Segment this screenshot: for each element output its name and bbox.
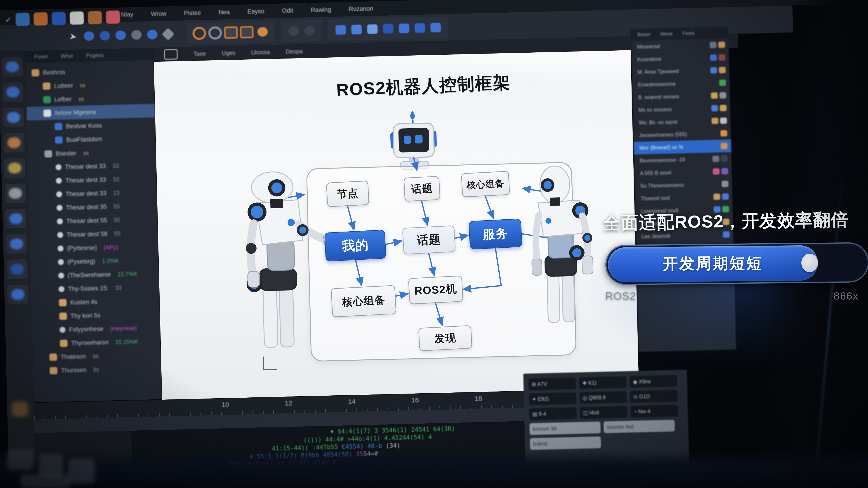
object-manager-tab[interactable]: Wtse — [61, 53, 73, 59]
dock-app-icon[interactable] — [52, 12, 66, 25]
toolbar-button[interactable] — [208, 26, 222, 39]
coordinate-wide-field[interactable]: Iesenm 4sd — [603, 420, 675, 433]
menu-item[interactable]: Eayso — [247, 8, 265, 15]
menu-item[interactable]: Nlay — [121, 11, 133, 18]
layer-color-chip — [711, 118, 718, 124]
strip-glyph-icon[interactable]: ✓ — [5, 15, 11, 24]
toolbar-button[interactable] — [381, 22, 395, 35]
right-row-label: Ms ss ssssess — [638, 106, 672, 113]
layer-color-chip — [710, 42, 717, 48]
tool-strip-button[interactable] — [2, 57, 23, 77]
right-panel-row[interactable]: B. soarest vesses — [632, 89, 730, 104]
coordinate-wide-field[interactable]: kosove 3d — [529, 422, 600, 435]
tool-strip-button[interactable] — [2, 82, 24, 102]
toolbar-button[interactable] — [303, 24, 316, 37]
toolbar-button[interactable] — [334, 24, 348, 36]
toolbar-button[interactable] — [161, 28, 175, 40]
dock-app-icon[interactable] — [70, 11, 84, 25]
toolbar-button[interactable] — [240, 26, 254, 39]
right-panel-tab[interactable]: Baser — [638, 31, 651, 37]
menu-item[interactable]: Pistee — [184, 9, 201, 17]
menu-item[interactable]: Nea — [219, 8, 230, 16]
viewport-menu-item[interactable]: Lkossa — [251, 48, 270, 56]
right-panel-row[interactable]: Beveseseessse -16 — [634, 152, 732, 167]
right-panel-row[interactable]: M. Anse Tjexseed — [632, 64, 730, 78]
toolbar-button[interactable] — [366, 23, 379, 35]
tree-row[interactable]: Thurssen 8s — [33, 361, 161, 378]
toolbar-button[interactable] — [82, 30, 96, 42]
tool-strip-button[interactable] — [4, 158, 25, 178]
dock-app-icon[interactable] — [33, 12, 48, 26]
strip-glyph-icon[interactable]: ⌄ — [0, 15, 1, 25]
right-panel-row[interactable]: Wor (Breearl) ss % — [634, 139, 731, 154]
tool-strip-button[interactable] — [3, 133, 25, 153]
coordinate-field[interactable]: ◫ I4s8 — [580, 406, 627, 419]
coordinate-wide-field[interactable]: boknd — [530, 436, 601, 450]
right-panel-row[interactable]: Tlssessl sssl — [635, 190, 733, 205]
right-panel-row[interactable]: Ws: Bs -ss sqost — [633, 114, 731, 129]
tool-strip-button[interactable] — [3, 107, 24, 127]
tool-strip-button[interactable] — [7, 285, 29, 304]
coordinate-field[interactable]: ✦ E92) — [529, 392, 577, 405]
toolbar-button[interactable] — [397, 22, 411, 35]
right-panel-row[interactable]: Eroestreseesme — [632, 76, 730, 91]
object-label: Thy kon 5s — [70, 312, 101, 320]
object-label: Beshros — [43, 69, 65, 76]
tool-strip-button[interactable] — [5, 209, 26, 229]
coordinate-field[interactable]: ⊙ G1O — [630, 390, 678, 402]
dock-app-icon[interactable] — [88, 11, 102, 24]
toolbar-button[interactable] — [114, 29, 127, 41]
object-type-icon — [57, 246, 64, 252]
object-value: 55 — [114, 217, 120, 223]
toolbar-button[interactable] — [350, 23, 364, 36]
dock-app-icon[interactable] — [106, 10, 120, 24]
toolbar-button[interactable] — [287, 25, 301, 37]
coordinate-field[interactable]: ▤ 8-4 — [529, 407, 577, 420]
object-label: Thy-Sssies 15: — [68, 285, 108, 292]
display-mode-icon[interactable] — [164, 49, 178, 60]
coordinate-field[interactable]: ◔ Nw-4 — [630, 404, 678, 418]
coordinate-field[interactable]: ◉ X9rw — [629, 375, 677, 388]
toolbar-button[interactable] — [413, 22, 427, 34]
object-manager-tab[interactable]: Fseer — [34, 53, 49, 60]
viewport-menu-item[interactable]: Uges — [221, 49, 235, 57]
toolbar-button[interactable] — [129, 29, 143, 41]
viewport-menu-item[interactable]: Tase — [193, 50, 206, 57]
dock-app-icon[interactable] — [16, 13, 30, 26]
right-panel-row[interactable]: A 555 B ssssl — [634, 165, 732, 180]
object-type-icon — [59, 327, 66, 333]
tool-strip-button[interactable] — [5, 184, 26, 203]
toolbar-button[interactable] — [429, 21, 442, 34]
right-row-label: Beveseseessse -16 — [640, 157, 685, 164]
toolbar-button[interactable] — [98, 29, 112, 42]
toolbar-button[interactable]: ➤ — [66, 30, 80, 43]
toolbar-button[interactable] — [256, 25, 270, 38]
toolbar-button[interactable] — [192, 27, 206, 40]
right-panel-tab[interactable]: Mese — [660, 31, 673, 37]
coordinate-field[interactable]: ◎ Q909.9 — [579, 391, 627, 404]
viewport-canvas[interactable]: ROS2机器人控制框架 — [154, 50, 639, 400]
right-panel-row[interactable]: Meseersd — [631, 38, 729, 53]
menu-item[interactable]: Wrow — [151, 10, 166, 18]
canvas-content: ROS2机器人控制框架 — [154, 50, 639, 400]
toolbar-button[interactable] — [224, 26, 238, 39]
menu-item[interactable]: Odit — [282, 7, 293, 14]
object-value: (meynese) — [110, 325, 137, 332]
right-panel-row[interactable]: Jesseemseses (555) — [633, 127, 731, 142]
pill-caption-right: 866x — [834, 290, 859, 302]
right-panel-row[interactable]: Ms ss ssssess — [633, 101, 730, 116]
right-panel-row[interactable]: Kusestese — [631, 51, 729, 66]
coordinate-field[interactable]: ⊞ A7V — [528, 377, 576, 390]
right-panel-tab[interactable]: Fests — [682, 30, 694, 36]
toolbar-button[interactable] — [145, 28, 159, 41]
viewport-menu-item[interactable]: Despa — [285, 48, 303, 55]
menu-item[interactable]: Rozanon — [349, 5, 373, 13]
tool-strip-button[interactable] — [6, 234, 27, 254]
keyboard-key-blob — [7, 450, 34, 470]
coordinate-field[interactable]: ❖ K1) — [579, 376, 627, 389]
tool-icon — [9, 213, 23, 224]
tool-strip-button[interactable] — [6, 259, 28, 279]
object-manager-tab[interactable]: Psgess — [86, 52, 104, 59]
menu-item[interactable]: Rawing — [311, 6, 331, 13]
right-panel-row[interactable]: Su Thesessessess — [635, 177, 732, 192]
